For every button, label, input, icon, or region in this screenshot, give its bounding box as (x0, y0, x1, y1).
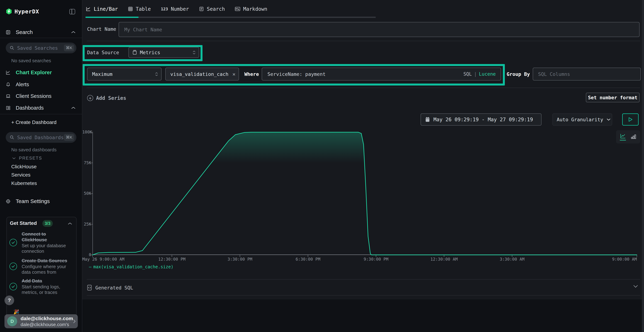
tab-markdown[interactable]: Markdown (230, 0, 272, 18)
get-started-item[interactable]: Create Data Sources Configure where your… (10, 257, 72, 276)
avatar: D (7, 316, 17, 326)
get-started-item-title: Connect to ClickHouse (22, 231, 72, 242)
data-source-value: Metrics (140, 50, 160, 55)
brand[interactable]: HyperDX (6, 8, 39, 15)
code-icon (87, 285, 92, 290)
mode-divider: | (474, 71, 477, 77)
y-tick-label: 100K (82, 130, 91, 134)
tab-label: Line/Bar (94, 6, 118, 12)
divider (0, 38, 82, 38)
sql-mode-toggle[interactable]: SQL (463, 71, 472, 77)
create-dashboard-button[interactable]: + Create Dashboard (11, 120, 56, 125)
sidebar-item-dashboards[interactable]: Dashboards (0, 104, 82, 112)
remove-metric-icon[interactable]: ✕ (232, 71, 236, 77)
chevron-down-icon (12, 157, 16, 160)
y-tick-label: 50K (82, 191, 91, 196)
granularity-value: Auto Granularity (557, 117, 603, 122)
markdown-icon (235, 6, 240, 11)
legend-series-name: max(visa_validation_cache.size) (93, 264, 173, 270)
preset-clickhouse[interactable]: ClickHouse (11, 164, 37, 170)
run-query-button[interactable] (622, 114, 639, 126)
tab-table[interactable]: Table (123, 0, 156, 18)
chart-name-input[interactable]: My Chart Name (118, 22, 640, 37)
chevron-down-icon[interactable] (633, 285, 638, 288)
saved-searches-placeholder: Saved Searches (17, 45, 58, 51)
data-source-select[interactable]: Metrics (128, 47, 199, 58)
chevron-up-icon[interactable] (71, 106, 76, 109)
x-tick-label: 9:00:00 AM (612, 257, 637, 262)
brand-name: HyperDX (14, 8, 39, 15)
chart-plot-area[interactable] (92, 132, 637, 255)
sidebar-item-chart-explorer[interactable]: Chart Explorer (0, 68, 82, 76)
chart-legend[interactable]: — max(visa_validation_cache.size) (89, 264, 173, 270)
chart-line-icon (6, 70, 10, 75)
hyperdx-app: HyperDX Search Saved Searches ⌘K No save… (0, 0, 644, 332)
y-tick-label: 0 (82, 252, 91, 257)
generated-sql-toggle[interactable]: Generated SQL (87, 282, 133, 293)
lucene-mode-toggle[interactable]: Lucene (479, 71, 496, 77)
chevron-up-icon[interactable] (71, 31, 76, 34)
add-series-button[interactable]: + Add Series (87, 93, 126, 103)
chevron-up-icon[interactable] (68, 222, 72, 225)
aggregation-select[interactable]: Maximum (87, 68, 162, 80)
active-tab-underline (86, 17, 138, 18)
divider (87, 279, 640, 280)
preset-services[interactable]: Services (11, 172, 30, 178)
x-tick-label: 3:30:00 AM (500, 257, 524, 262)
sidebar-item-label: Dashboards (16, 105, 44, 111)
scrollbar-track[interactable] (642, 0, 644, 332)
sidebar-item-alerts[interactable]: Alerts (0, 80, 82, 88)
x-tick-label: 12:30:00 AM (430, 257, 458, 262)
line-chart-icon (86, 6, 91, 12)
date-range-picker[interactable]: May 26 09:29:19 - May 27 09:29:19 (420, 114, 542, 126)
get-started-item[interactable]: Connect to ClickHouse Set up your databa… (10, 231, 72, 254)
tab-line-bar[interactable]: Line/Bar (86, 0, 123, 18)
no-saved-dashboards-text: No saved dashboards (11, 147, 56, 152)
where-input[interactable]: ServiceName: payment SQL | Lucene (262, 68, 501, 80)
hyperdx-logo-icon (6, 8, 12, 15)
preset-kubernetes[interactable]: Kubernetes (11, 180, 37, 186)
presets-header[interactable]: PRESETS (12, 156, 42, 161)
dashboards-icon (6, 106, 10, 110)
saved-searches-input[interactable]: Saved Searches ⌘K (6, 42, 76, 53)
tab-number[interactable]: 123 Number (156, 0, 194, 18)
sidebar: HyperDX Search Saved Searches ⌘K No save… (0, 0, 82, 332)
tab-search[interactable]: Search (194, 0, 230, 18)
sidebar-item-client-sessions[interactable]: Client Sessions (0, 92, 82, 100)
get-started-item[interactable]: Add Data Start sending logs, metrics, or… (10, 278, 72, 296)
search-section-header[interactable]: Search (0, 28, 82, 36)
get-started-item-subtitle: Configure where your data comes from (22, 264, 72, 275)
check-circle-icon (10, 239, 17, 246)
date-range-value: May 26 09:29:19 - May 27 09:29:19 (434, 117, 533, 122)
search-section-icon (6, 30, 10, 35)
set-number-format-button[interactable]: Set number format (586, 93, 640, 102)
granularity-select[interactable]: Auto Granularity (552, 114, 612, 126)
gear-icon (6, 199, 10, 204)
where-value: ServiceName: payment (268, 71, 326, 77)
help-button[interactable]: ? (4, 296, 14, 305)
group-by-input[interactable]: SQL Columns (533, 68, 641, 80)
get-started-title: Get Started (10, 220, 37, 226)
confetti-icon: 🎉 (14, 309, 19, 315)
team-settings-item[interactable]: Team Settings (0, 197, 82, 205)
laptop-icon (6, 94, 10, 98)
main-content: Line/Bar Table 123 Number Search Markdow… (82, 0, 644, 332)
user-menu[interactable]: D dale@clickhouse.com dale@clickhouse.co… (4, 314, 78, 328)
chart-name-label: Chart Name (87, 24, 116, 34)
saved-dashboards-input[interactable]: Saved Dashboards ⌘K (6, 132, 76, 143)
display-format-tabs: Line/Bar Table 123 Number Search Markdow… (82, 0, 642, 18)
sidebar-collapse-icon[interactable] (70, 9, 75, 14)
check-circle-icon (10, 283, 17, 290)
x-tick-label: 3:30:00 PM (228, 257, 252, 262)
tab-label: Table (136, 6, 151, 12)
calendar-icon (425, 117, 430, 122)
check-circle-icon (10, 262, 17, 270)
x-tick-label: 6:30:00 PM (296, 257, 320, 262)
get-started-item-title: Add Data (22, 278, 72, 284)
generated-sql-label: Generated SQL (95, 285, 133, 290)
bell-icon (6, 82, 10, 87)
metric-chip[interactable]: visa_validation_cach ✕ (165, 68, 239, 80)
search-section-label: Search (16, 29, 33, 35)
page-bottom-area (82, 299, 642, 332)
get-started-item-title: Create Data Sources (22, 258, 72, 264)
